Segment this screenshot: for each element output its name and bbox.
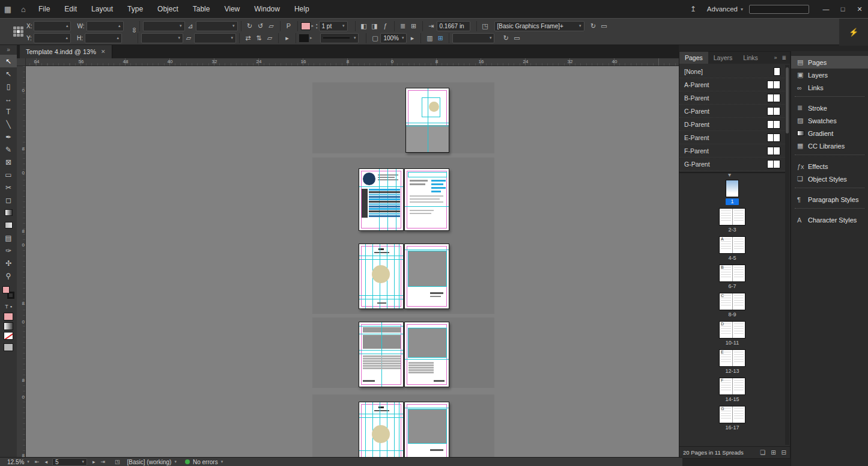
edit-page-size-icon[interactable]: ❏	[760, 449, 765, 456]
skew-icon[interactable]: ▱	[266, 22, 277, 30]
spread-label[interactable]: 2-3	[714, 227, 750, 233]
spread-label[interactable]: 12-13	[714, 368, 750, 375]
fill-proxy[interactable]	[2, 286, 10, 293]
dock-item-cc-libraries[interactable]: ▦CC Libraries	[791, 139, 868, 152]
type-tool-icon[interactable]: T	[0, 105, 17, 118]
refresh-icon[interactable]: ↻	[500, 34, 511, 42]
panel-divider[interactable]	[679, 172, 785, 173]
reference-point-proxy[interactable]	[13, 26, 23, 37]
menu-item-file[interactable]: File	[31, 0, 57, 18]
horizontal-ruler[interactable]: 6456484032241680816243240	[17, 58, 679, 66]
stroke-style-dropdown[interactable]: ▾	[320, 33, 359, 43]
shear-angle-input[interactable]: ▾	[194, 33, 236, 43]
caret-down-icon[interactable]: ▾	[341, 23, 345, 28]
collapse-panel-icon[interactable]: »	[774, 55, 777, 61]
next-page-button[interactable]: ▸	[93, 459, 96, 465]
collapse-tools-icon[interactable]: »	[0, 45, 17, 55]
parent-page-row[interactable]: A-Parent	[679, 78, 785, 91]
dock-item-swatches[interactable]: ▨Swatches	[791, 114, 868, 127]
document-page[interactable]	[404, 322, 449, 387]
parent-page-row[interactable]: E-Parent	[679, 131, 785, 144]
selection-tool-icon[interactable]: ↖	[0, 55, 17, 67]
parent-page-row[interactable]: D-Parent	[679, 118, 785, 131]
new-page-icon[interactable]: ⊞	[771, 449, 775, 456]
formatting-affects-container-icon[interactable]: ▪	[10, 304, 12, 310]
home-icon[interactable]: ⌂	[16, 5, 31, 14]
y-input[interactable]: ▴	[34, 33, 71, 43]
stepper-icon[interactable]: ▴	[115, 35, 119, 40]
document-page[interactable]	[404, 402, 449, 457]
caret-down-icon[interactable]: ▾	[178, 23, 182, 28]
caret-down-icon[interactable]: ▾	[229, 35, 233, 40]
workspace-switcher[interactable]: Advanced ▾	[707, 5, 743, 13]
fill-stroke-widget[interactable]	[0, 284, 17, 302]
maximize-button[interactable]: □	[834, 0, 851, 18]
align-icon[interactable]: ≣	[398, 22, 408, 30]
stroke-weight-stepper[interactable]: ▴▾	[316, 22, 318, 29]
menu-item-layout[interactable]: Layout	[84, 0, 120, 18]
panel-tab-layers[interactable]: Layers	[708, 52, 738, 64]
apply-color-button[interactable]	[4, 313, 13, 320]
parent-page-row[interactable]: F-Parent	[679, 144, 785, 158]
gradient-tool-icon[interactable]	[0, 206, 17, 219]
panel-tab-links[interactable]: Links	[738, 52, 763, 64]
spread-label[interactable]: 1	[726, 198, 739, 205]
menu-item-table[interactable]: Table	[186, 0, 217, 18]
rotate-cw-icon[interactable]: ↻	[244, 22, 255, 30]
gap-tool-icon[interactable]: ↔	[0, 93, 17, 105]
x-input[interactable]: ▴	[34, 21, 71, 31]
spread-thumbnail[interactable]: B	[719, 265, 745, 282]
fill-caret-icon[interactable]: ▸	[312, 23, 314, 28]
previous-page-button[interactable]: ◂	[44, 459, 47, 465]
spread-thumbnail[interactable]: A	[719, 236, 745, 254]
dock-item-paragraph-styles[interactable]: ¶Paragraph Styles	[791, 193, 868, 206]
apply-gradient-button[interactable]	[4, 322, 13, 330]
panel-menu-icon[interactable]: ≣	[782, 55, 786, 61]
line-tool-icon[interactable]: ╲	[0, 118, 17, 130]
fill-swatch[interactable]	[301, 22, 311, 30]
close-tab-icon[interactable]: ✕	[101, 49, 106, 55]
stroke-swatch[interactable]	[299, 34, 309, 42]
corner-options-icon[interactable]: ◳	[480, 22, 491, 30]
free-transform-tool-icon[interactable]: ◻	[0, 194, 17, 206]
direct-selection-tool-icon[interactable]: ↖	[0, 67, 17, 80]
spread-thumbnail[interactable]: C	[719, 293, 745, 310]
document-page[interactable]	[359, 322, 404, 387]
select-content-icon[interactable]: ▸	[282, 34, 293, 42]
fit-content-icon[interactable]: ◧	[359, 22, 369, 30]
ruler-origin-box[interactable]	[17, 58, 26, 66]
delete-page-icon[interactable]: ⊟	[782, 449, 786, 456]
spread-thumbnail[interactable]	[726, 180, 739, 197]
lightning-icon[interactable]: ⚡	[849, 28, 858, 37]
document-page[interactable]	[359, 402, 404, 457]
menu-item-help[interactable]: Help	[287, 0, 317, 18]
panel-group-separator[interactable]	[795, 96, 864, 102]
caret-down-icon[interactable]: ▾	[231, 23, 235, 28]
close-button[interactable]: ✕	[851, 0, 868, 18]
document-page[interactable]	[359, 244, 404, 309]
parent-page-row[interactable]: C-Parent	[679, 105, 785, 118]
gradient-feather-tool-icon[interactable]	[0, 219, 17, 231]
spread-label[interactable]: 14-15	[714, 396, 750, 403]
vertical-ruler[interactable]: 0808080808	[17, 66, 26, 457]
zoom-tool-icon[interactable]: ⚲	[0, 269, 17, 282]
spread-thumbnail[interactable]: F	[719, 378, 745, 395]
caret-down-icon[interactable]: ▾	[577, 23, 581, 28]
search-input[interactable]	[749, 5, 809, 14]
screen-mode-button[interactable]	[4, 343, 13, 351]
preflight-menu-icon[interactable]: ◳	[115, 459, 120, 465]
spread-label[interactable]: 4-5	[714, 255, 750, 262]
eyedropper-tool-icon[interactable]: ✑	[0, 244, 17, 257]
zoom-level-dropdown[interactable]: 12.5%▾	[7, 459, 29, 465]
first-page-button[interactable]: ⇤	[35, 459, 40, 465]
scale-y-input[interactable]: ▾	[141, 33, 183, 43]
spread-thumbnail[interactable]: E	[719, 349, 745, 367]
pen-tool-icon[interactable]: ✒	[0, 130, 17, 143]
parent-page-row[interactable]: B-Parent	[679, 91, 785, 105]
error-status-dropdown[interactable]: No errors▾	[193, 459, 223, 465]
dock-item-character-styles[interactable]: ACharacter Styles	[791, 213, 868, 226]
parent-page-row[interactable]: [None]	[679, 65, 785, 78]
page-number-input[interactable]: 5▾	[52, 458, 87, 466]
grid-options-icon[interactable]: ⊞	[435, 34, 446, 42]
spread-label[interactable]: 6-7	[714, 283, 750, 290]
